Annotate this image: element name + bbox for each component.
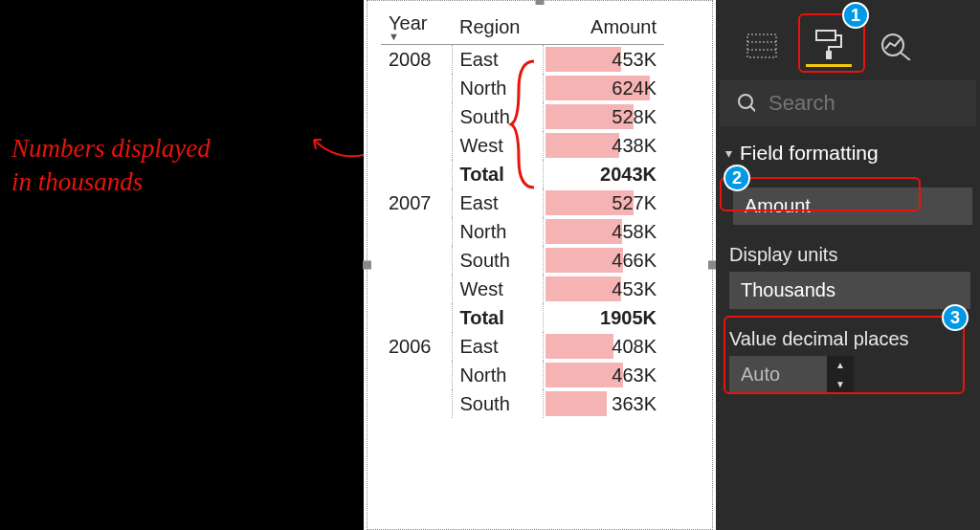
cell-amount: 453K [543, 45, 664, 75]
table-row[interactable]: West453K [381, 275, 664, 303]
cell-amount: 466K [543, 246, 664, 275]
chevron-down-icon: ▾ [725, 145, 732, 161]
amount-value: 527K [612, 192, 657, 214]
table-row[interactable]: 2007East527K [381, 188, 664, 217]
cell-year [381, 303, 452, 332]
data-bar [546, 219, 622, 244]
field-selector[interactable]: Amount [733, 188, 972, 225]
cell-year [381, 131, 452, 160]
resize-handle-top[interactable] [536, 0, 545, 5]
col-header-amount[interactable]: Amount [543, 9, 664, 45]
cell-year [381, 275, 452, 303]
cell-amount: 527K [543, 188, 664, 217]
svg-line-8 [750, 106, 755, 113]
cell-region: East [452, 332, 543, 361]
display-units-label: Display units [729, 244, 972, 266]
cell-total-amount: 1905K [543, 303, 664, 332]
search-input[interactable] [767, 90, 959, 117]
brace-icon [507, 57, 546, 191]
col-header-year[interactable]: Year ▼ [381, 9, 452, 45]
analytics-icon [880, 32, 912, 60]
data-bar [546, 276, 621, 301]
svg-line-6 [901, 53, 910, 60]
cell-year [381, 160, 452, 188]
fields-tab-button[interactable] [739, 25, 785, 67]
format-tab-button[interactable] [806, 25, 852, 67]
data-bar [546, 391, 607, 416]
cell-amount: 528K [543, 102, 664, 131]
amount-value: 463K [612, 364, 657, 386]
cell-amount: 624K [543, 74, 664, 102]
col-header-amount-label: Amount [590, 16, 657, 37]
amount-value: 1905K [600, 307, 657, 329]
decimal-places-value: Auto [729, 356, 827, 393]
display-units-select[interactable]: Thousands [729, 272, 970, 309]
callout-badge-1: 1 [842, 2, 869, 29]
cell-year: 2008 [381, 45, 452, 75]
amount-value: 363K [612, 393, 657, 415]
cell-region: South [452, 389, 543, 418]
section-label: Field formatting [740, 142, 879, 165]
data-bar [546, 334, 613, 359]
svg-point-7 [739, 95, 752, 108]
amount-value: 453K [612, 49, 657, 71]
decimal-places-spinner[interactable]: Auto ▲ ▼ [729, 356, 854, 393]
analytics-tab-button[interactable] [873, 25, 919, 67]
amount-value: 2043K [600, 164, 657, 186]
fields-icon [746, 33, 777, 58]
amount-value: 453K [612, 278, 657, 300]
cell-region: North [452, 361, 543, 389]
cell-region: West [452, 275, 543, 303]
cell-region: North [452, 217, 543, 246]
amount-value: 438K [612, 135, 657, 157]
total-row[interactable]: Total1905K [381, 303, 664, 332]
cell-amount: 363K [543, 389, 664, 418]
cell-year [381, 246, 452, 275]
amount-value: 466K [612, 250, 657, 272]
annotation-line1: Numbers displayed [11, 134, 211, 163]
annotation-text: Numbers displayed in thousands [11, 132, 211, 199]
cell-year: 2007 [381, 188, 452, 217]
cell-region: East [452, 188, 543, 217]
search-row[interactable] [720, 80, 976, 126]
cell-year [381, 74, 452, 102]
cell-total-amount: 2043K [543, 160, 664, 188]
field-selector-value: Amount [745, 195, 811, 216]
cell-region: South [452, 246, 543, 275]
data-bar [546, 47, 621, 72]
paint-roller-icon [814, 29, 843, 61]
col-header-region-label: Region [459, 16, 520, 37]
table-row[interactable]: 2006East408K [381, 332, 664, 361]
table-row[interactable]: North463K [381, 361, 664, 389]
annotation-arrow-icon [306, 128, 373, 166]
header-row: Year ▼ Region Amount [381, 9, 664, 45]
callout-badge-3: 3 [942, 304, 969, 331]
cell-amount: 438K [543, 131, 664, 160]
cell-year [381, 361, 452, 389]
annotation-panel: Numbers displayed in thousands [0, 0, 364, 530]
resize-handle-left[interactable] [363, 261, 371, 270]
cell-year [381, 389, 452, 418]
amount-value: 408K [612, 336, 657, 358]
cell-year: 2006 [381, 332, 452, 361]
callout-badge-2: 2 [724, 165, 750, 191]
spinner-up-icon[interactable]: ▲ [827, 356, 854, 375]
svg-rect-3 [816, 31, 835, 40]
search-icon [737, 93, 755, 114]
format-pane: ▾ Field formatting Amount Display units … [716, 0, 980, 530]
cell-year [381, 217, 452, 246]
col-header-region[interactable]: Region [452, 9, 543, 45]
cell-amount: 463K [543, 361, 664, 389]
display-units-value: Thousands [741, 279, 835, 300]
amount-value: 624K [612, 77, 657, 99]
table-row[interactable]: South466K [381, 246, 664, 275]
amount-value: 458K [612, 221, 657, 243]
table-row[interactable]: North458K [381, 217, 664, 246]
data-bar [546, 133, 619, 158]
decimal-places-label: Value decimal places [729, 328, 972, 350]
spinner-down-icon[interactable]: ▼ [827, 375, 854, 394]
section-field-formatting[interactable]: ▾ Field formatting [716, 126, 980, 170]
table-row[interactable]: South363K [381, 389, 664, 418]
cell-amount: 453K [543, 275, 664, 303]
annotation-line2: in thousands [11, 167, 143, 196]
